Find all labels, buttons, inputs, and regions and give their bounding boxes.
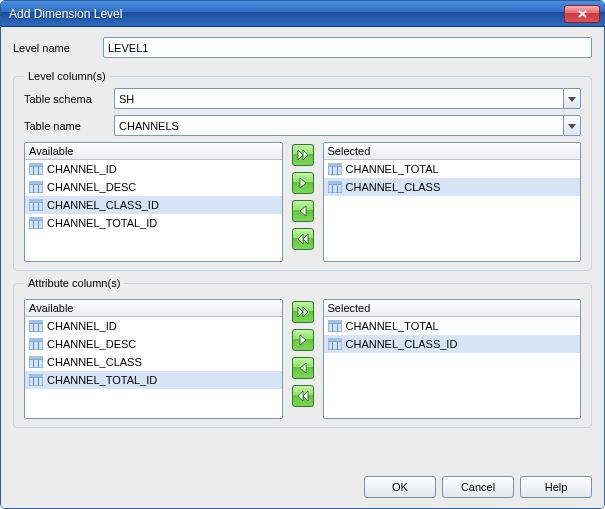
move-left-button[interactable]	[292, 200, 314, 222]
table-name-combo[interactable]	[114, 115, 563, 136]
list-item-label: CHANNEL_DESC	[47, 338, 136, 350]
attribute-available-header: Available	[25, 300, 282, 317]
attribute-selected-list[interactable]: Selected CHANNEL_TOTALCHANNEL_CLASS_ID	[323, 299, 582, 419]
level-available-list[interactable]: Available CHANNEL_IDCHANNEL_DESCCHANNEL_…	[24, 142, 283, 262]
list-item[interactable]: CHANNEL_TOTAL	[324, 160, 581, 178]
chevron-double-left-icon	[297, 390, 309, 402]
move-all-left-button[interactable]	[292, 385, 314, 407]
close-icon	[577, 9, 588, 19]
column-icon	[328, 320, 342, 332]
level-available-header: Available	[25, 143, 282, 160]
list-item[interactable]: CHANNEL_TOTAL_ID	[25, 214, 282, 232]
level-columns-picker: Available CHANNEL_IDCHANNEL_DESCCHANNEL_…	[24, 142, 581, 262]
list-item-label: CHANNEL_CLASS_ID	[346, 338, 458, 350]
list-item[interactable]: CHANNEL_CLASS	[324, 178, 581, 196]
chevron-right-icon	[297, 177, 309, 189]
cancel-button[interactable]: Cancel	[442, 476, 514, 498]
column-icon	[29, 338, 43, 350]
table-name-dropdown-button[interactable]	[563, 115, 581, 136]
column-icon	[29, 181, 43, 193]
window-title: Add Dimension Level	[9, 7, 122, 21]
list-item-label: CHANNEL_DESC	[47, 181, 136, 193]
list-item[interactable]: CHANNEL_TOTAL	[324, 317, 581, 335]
table-name-row: Table name	[24, 115, 581, 136]
list-item-label: CHANNEL_CLASS_ID	[47, 199, 159, 211]
dialog-footer: OK Cancel Help	[1, 468, 604, 508]
column-icon	[328, 163, 342, 175]
ok-button[interactable]: OK	[364, 476, 436, 498]
column-icon	[29, 217, 43, 229]
list-item-label: CHANNEL_ID	[47, 320, 117, 332]
list-item-label: CHANNEL_TOTAL	[346, 320, 439, 332]
column-icon	[29, 374, 43, 386]
column-icon	[29, 163, 43, 175]
list-item[interactable]: CHANNEL_ID	[25, 160, 282, 178]
chevron-double-right-icon	[297, 306, 309, 318]
table-name-label: Table name	[24, 120, 114, 132]
move-all-right-button[interactable]	[292, 301, 314, 323]
list-item-label: CHANNEL_TOTAL_ID	[47, 374, 157, 386]
chevron-left-icon	[297, 205, 309, 217]
chevron-right-icon	[297, 334, 309, 346]
list-item[interactable]: CHANNEL_CLASS	[25, 353, 282, 371]
level-name-row: Level name	[13, 37, 592, 58]
move-right-button[interactable]	[292, 329, 314, 351]
attribute-columns-picker: Available CHANNEL_IDCHANNEL_DESCCHANNEL_…	[24, 299, 581, 419]
list-item[interactable]: CHANNEL_CLASS_ID	[25, 196, 282, 214]
chevron-double-right-icon	[297, 149, 309, 161]
content-area: Level name Level column(s) Table schema …	[1, 27, 604, 468]
list-item-label: CHANNEL_CLASS	[47, 356, 142, 368]
list-item-label: CHANNEL_TOTAL_ID	[47, 217, 157, 229]
chevron-left-icon	[297, 362, 309, 374]
move-left-button[interactable]	[292, 357, 314, 379]
table-schema-dropdown-button[interactable]	[563, 88, 581, 109]
level-name-input[interactable]	[103, 37, 592, 58]
titlebar: Add Dimension Level	[1, 1, 604, 27]
column-icon	[29, 320, 43, 332]
move-all-left-button[interactable]	[292, 228, 314, 250]
level-columns-group: Level column(s) Table schema Table name	[13, 70, 592, 271]
level-name-label: Level name	[13, 42, 103, 54]
chevron-down-icon	[567, 121, 577, 131]
table-schema-combo[interactable]	[114, 88, 563, 109]
level-selected-header: Selected	[324, 143, 581, 160]
column-icon	[328, 181, 342, 193]
chevron-down-icon	[567, 94, 577, 104]
attribute-columns-group: Attribute column(s) Available CHANNEL_ID…	[13, 277, 592, 428]
attribute-available-list[interactable]: Available CHANNEL_IDCHANNEL_DESCCHANNEL_…	[24, 299, 283, 419]
level-columns-legend: Level column(s)	[24, 70, 110, 82]
list-item-label: CHANNEL_ID	[47, 163, 117, 175]
list-item[interactable]: CHANNEL_TOTAL_ID	[25, 371, 282, 389]
chevron-double-left-icon	[297, 233, 309, 245]
list-item-label: CHANNEL_TOTAL	[346, 163, 439, 175]
table-schema-label: Table schema	[24, 93, 114, 105]
list-item-label: CHANNEL_CLASS	[346, 181, 441, 193]
dialog-window: Add Dimension Level Level name Level col…	[0, 0, 605, 509]
list-item[interactable]: CHANNEL_CLASS_ID	[324, 335, 581, 353]
attribute-selected-header: Selected	[324, 300, 581, 317]
list-item[interactable]: CHANNEL_DESC	[25, 178, 282, 196]
move-right-button[interactable]	[292, 172, 314, 194]
column-icon	[29, 199, 43, 211]
column-icon	[29, 356, 43, 368]
list-item[interactable]: CHANNEL_DESC	[25, 335, 282, 353]
list-item[interactable]: CHANNEL_ID	[25, 317, 282, 335]
column-icon	[328, 338, 342, 350]
level-selected-list[interactable]: Selected CHANNEL_TOTALCHANNEL_CLASS	[323, 142, 582, 262]
help-button[interactable]: Help	[520, 476, 592, 498]
attribute-columns-legend: Attribute column(s)	[24, 277, 124, 289]
table-schema-row: Table schema	[24, 88, 581, 109]
close-button[interactable]	[564, 5, 600, 23]
attribute-move-buttons	[291, 299, 315, 419]
level-move-buttons	[291, 142, 315, 262]
move-all-right-button[interactable]	[292, 144, 314, 166]
